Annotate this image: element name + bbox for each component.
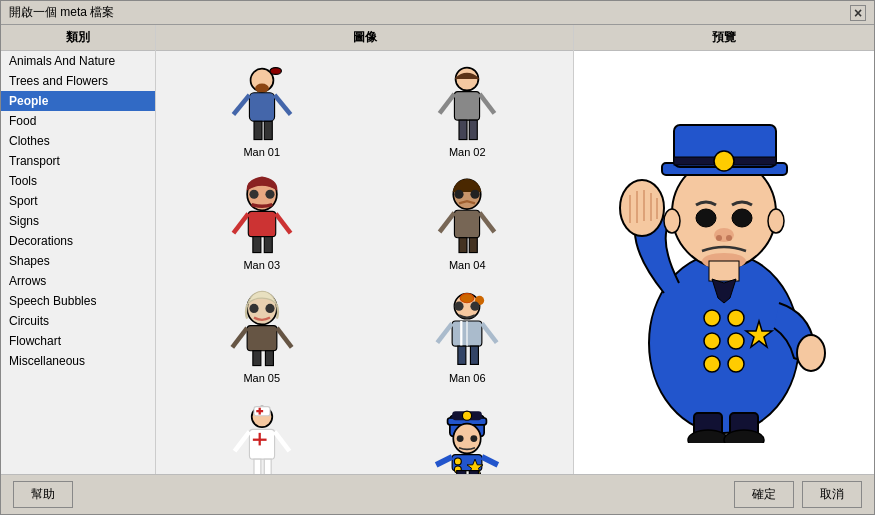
svg-rect-52 — [249, 429, 274, 459]
svg-point-23 — [455, 190, 464, 199]
svg-point-68 — [455, 458, 462, 465]
preview-panel: 預覽 — [574, 25, 874, 474]
svg-line-45 — [482, 323, 497, 342]
svg-point-92 — [664, 209, 680, 233]
image-label-man01: Man 01 — [243, 146, 280, 158]
svg-point-87 — [696, 209, 716, 227]
svg-rect-33 — [247, 326, 277, 351]
sidebar-item-transport[interactable]: Transport — [1, 151, 155, 171]
svg-rect-47 — [471, 346, 479, 364]
image-item-man01[interactable]: Man 01 — [164, 59, 360, 162]
image-label-man05: Man 05 — [243, 372, 280, 384]
svg-point-86 — [714, 151, 734, 171]
svg-point-88 — [732, 209, 752, 227]
svg-line-18 — [233, 214, 248, 233]
help-button[interactable]: 幫助 — [13, 481, 73, 508]
svg-rect-25 — [455, 210, 480, 237]
preview-image — [604, 83, 844, 443]
svg-point-62 — [463, 411, 472, 420]
svg-line-56 — [274, 432, 289, 451]
svg-line-4 — [274, 95, 290, 114]
svg-point-96 — [728, 310, 744, 326]
sidebar-item-signs[interactable]: Signs — [1, 211, 155, 231]
svg-line-3 — [233, 95, 249, 114]
svg-point-98 — [728, 333, 744, 349]
image-svg-policeman — [427, 402, 507, 474]
sidebar-item-misc[interactable]: Miscellaneous — [1, 351, 155, 371]
footer: 幫助 確定 取消 — [1, 474, 874, 514]
svg-point-39 — [460, 294, 474, 303]
svg-point-32 — [265, 304, 274, 313]
svg-point-24 — [471, 190, 480, 199]
svg-line-11 — [480, 94, 495, 113]
svg-line-44 — [438, 323, 453, 342]
close-button[interactable]: × — [850, 5, 866, 21]
svg-line-55 — [234, 432, 249, 451]
preview-area — [574, 51, 874, 474]
image-label-man06: Man 06 — [449, 372, 486, 384]
title-bar: 開啟一個 meta 檔案 × — [1, 1, 874, 25]
sidebar-item-flowchart[interactable]: Flowchart — [1, 331, 155, 351]
sidebar-item-tools[interactable]: Tools — [1, 171, 155, 191]
sidebar: 類別 Animals And NatureTrees and FlowersPe… — [1, 25, 156, 474]
cancel-button[interactable]: 取消 — [802, 481, 862, 508]
image-item-man05[interactable]: Man 05 — [164, 285, 360, 388]
svg-rect-2 — [249, 93, 274, 122]
svg-point-7 — [270, 68, 281, 75]
main-header: 圖像 — [156, 25, 573, 51]
image-svg-man03 — [222, 176, 302, 256]
image-item-policeman[interactable]: Police Man — [370, 398, 566, 474]
svg-line-26 — [440, 213, 455, 232]
svg-rect-20 — [253, 237, 261, 253]
sidebar-item-clothes[interactable]: Clothes — [1, 131, 155, 151]
sidebar-item-speech[interactable]: Speech Bubbles — [1, 291, 155, 311]
sidebar-item-people[interactable]: People — [1, 91, 155, 111]
svg-point-15 — [249, 190, 258, 199]
svg-point-99 — [704, 356, 720, 372]
svg-point-42 — [471, 302, 480, 311]
svg-rect-46 — [458, 346, 466, 364]
window-title: 開啟一個 meta 檔案 — [9, 4, 114, 21]
svg-rect-9 — [455, 92, 480, 121]
image-label-man02: Man 02 — [449, 146, 486, 158]
image-item-man06[interactable]: Man 06 — [370, 285, 566, 388]
images-area: Man 01 Man 02 Man 03 — [156, 51, 573, 474]
sidebar-item-food[interactable]: Food — [1, 111, 155, 131]
image-item-man03[interactable]: Man 03 — [164, 172, 360, 275]
image-item-man04[interactable]: Man 04 — [370, 172, 566, 275]
svg-rect-36 — [253, 351, 261, 366]
svg-point-41 — [455, 302, 464, 311]
svg-line-70 — [436, 457, 452, 465]
sidebar-item-shapes[interactable]: Shapes — [1, 251, 155, 271]
image-svg-man01 — [222, 63, 302, 143]
svg-rect-29 — [470, 238, 478, 253]
image-label-man03: Man 03 — [243, 259, 280, 271]
svg-line-35 — [277, 328, 292, 347]
sidebar-item-circuits[interactable]: Circuits — [1, 311, 155, 331]
svg-line-71 — [482, 457, 498, 465]
main-panel: 圖像 Man 01 Man 02 — [156, 25, 574, 474]
main-window: 開啟一個 meta 檔案 × 類別 Animals And NatureTree… — [0, 0, 875, 515]
ok-button[interactable]: 確定 — [734, 481, 794, 508]
sidebar-item-trees[interactable]: Trees and Flowers — [1, 71, 155, 91]
image-svg-man02 — [427, 63, 507, 143]
svg-rect-21 — [264, 237, 272, 253]
svg-point-100 — [728, 356, 744, 372]
svg-rect-13 — [470, 120, 478, 139]
svg-rect-6 — [264, 121, 272, 139]
image-item-nurse[interactable]: Nurse — [164, 398, 360, 474]
svg-point-1 — [255, 84, 269, 93]
svg-point-91 — [726, 235, 732, 241]
sidebar-item-decorations[interactable]: Decorations — [1, 231, 155, 251]
image-item-man02[interactable]: Man 02 — [370, 59, 566, 162]
sidebar-item-animals[interactable]: Animals And Nature — [1, 51, 155, 71]
image-svg-man06 — [427, 289, 507, 369]
svg-point-97 — [704, 333, 720, 349]
preview-header: 預覽 — [574, 25, 874, 51]
sidebar-item-sport[interactable]: Sport — [1, 191, 155, 211]
svg-point-16 — [265, 190, 274, 199]
footer-left: 幫助 — [13, 481, 73, 508]
image-svg-nurse — [222, 402, 302, 474]
sidebar-item-arrows[interactable]: Arrows — [1, 271, 155, 291]
svg-point-64 — [457, 435, 464, 442]
